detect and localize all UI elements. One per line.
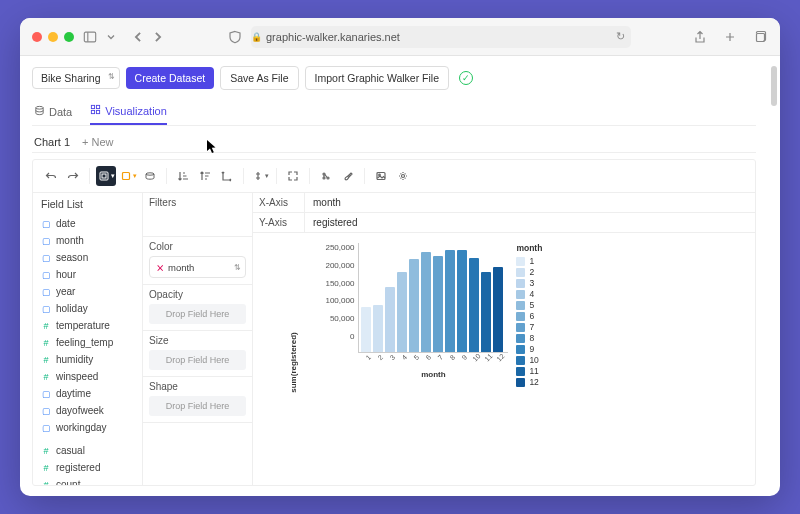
date-icon: ▢ xyxy=(41,253,51,263)
import-file-button[interactable]: Import Graphic Walker File xyxy=(305,66,449,90)
minimize-window-icon[interactable] xyxy=(48,32,58,42)
settings-button[interactable] xyxy=(393,166,413,186)
share-icon[interactable] xyxy=(692,29,708,45)
maximize-window-icon[interactable] xyxy=(64,32,74,42)
chart-tab-1[interactable]: Chart 1 xyxy=(34,136,70,148)
scrollbar[interactable] xyxy=(768,56,780,496)
add-chart-tab[interactable]: + New xyxy=(82,136,114,148)
undo-button[interactable] xyxy=(41,166,61,186)
svg-rect-10 xyxy=(122,173,129,180)
legend-item-7: 7 xyxy=(516,322,542,332)
export-button[interactable] xyxy=(316,166,336,186)
legend-swatch xyxy=(516,257,525,266)
app-toolbar: Bike Sharing Create Dataset Save As File… xyxy=(32,66,756,90)
transpose-button[interactable] xyxy=(140,166,160,186)
field-daytime[interactable]: ▢daytime xyxy=(33,385,142,402)
shape-drop[interactable]: Drop Field Here xyxy=(149,396,246,416)
stack-button[interactable] xyxy=(118,166,138,186)
date-icon: ▢ xyxy=(41,236,51,246)
axes-button[interactable] xyxy=(217,166,237,186)
y-axis-row[interactable]: Y-Axis registered xyxy=(253,213,755,233)
url-bar[interactable]: 🔒 graphic-walker.kanaries.net ↻ xyxy=(251,26,631,48)
field-dayofweek[interactable]: ▢dayofweek xyxy=(33,402,142,419)
field-registered[interactable]: #registered xyxy=(33,459,142,476)
chevron-down-icon[interactable] xyxy=(106,29,116,45)
grid-icon xyxy=(90,104,101,117)
legend-item-2: 2 xyxy=(516,267,542,277)
bar-4 xyxy=(397,272,407,352)
save-as-file-button[interactable]: Save As File xyxy=(220,66,298,90)
create-dataset-button[interactable]: Create Dataset xyxy=(126,67,215,89)
legend-item-12: 12 xyxy=(516,377,542,387)
svg-rect-6 xyxy=(92,110,95,113)
tab-visualization[interactable]: Visualization xyxy=(90,104,167,125)
num-icon: # xyxy=(41,480,51,486)
legend: month 123456789101112 xyxy=(516,243,542,481)
field-holiday[interactable]: ▢holiday xyxy=(33,300,142,317)
legend-swatch xyxy=(516,312,525,321)
opacity-label: Opacity xyxy=(149,289,246,300)
y-axis-ticks: 250,000200,000150,000100,00050,0000 xyxy=(325,243,356,353)
field-year[interactable]: ▢year xyxy=(33,283,142,300)
svg-point-11 xyxy=(146,173,154,175)
back-button[interactable] xyxy=(130,29,146,45)
legend-swatch xyxy=(516,378,525,387)
size-drop[interactable]: Drop Field Here xyxy=(149,350,246,370)
tab-data[interactable]: Data xyxy=(34,104,72,125)
x-axis-row[interactable]: X-Axis month xyxy=(253,193,755,213)
legend-swatch xyxy=(516,345,525,354)
field-casual[interactable]: #casual xyxy=(33,442,142,459)
y-axis-title: sum(registered) xyxy=(289,332,298,392)
dataset-select[interactable]: Bike Sharing xyxy=(32,67,120,89)
field-season[interactable]: ▢season xyxy=(33,249,142,266)
opacity-drop[interactable]: Drop Field Here xyxy=(149,304,246,324)
field-date[interactable]: ▢date xyxy=(33,215,142,232)
refresh-icon[interactable]: ↻ xyxy=(616,30,625,43)
remove-icon[interactable]: ⨯ xyxy=(156,262,164,273)
forward-button[interactable] xyxy=(150,29,166,45)
image-button[interactable] xyxy=(371,166,391,186)
mark-type-button[interactable] xyxy=(96,166,116,186)
shape-label: Shape xyxy=(149,381,246,392)
filters-label: Filters xyxy=(149,197,246,208)
shield-icon[interactable] xyxy=(227,29,243,45)
bar-1 xyxy=(361,307,371,352)
field-temperature[interactable]: #temperature xyxy=(33,317,142,334)
close-window-icon[interactable] xyxy=(32,32,42,42)
num-icon: # xyxy=(41,321,51,331)
svg-point-17 xyxy=(323,177,325,179)
size-label: Size xyxy=(149,335,246,346)
sort-desc-button[interactable] xyxy=(195,166,215,186)
scrollbar-thumb[interactable] xyxy=(771,66,777,106)
new-tab-icon[interactable] xyxy=(722,29,738,45)
bar-2 xyxy=(373,305,383,352)
x-axis-title: month xyxy=(358,370,508,379)
svg-rect-4 xyxy=(92,105,95,108)
legend-swatch xyxy=(516,301,525,310)
redo-button[interactable] xyxy=(63,166,83,186)
color-label: Color xyxy=(149,241,246,252)
field-hour[interactable]: ▢hour xyxy=(33,266,142,283)
field-month[interactable]: ▢month xyxy=(33,232,142,249)
brush-button[interactable] xyxy=(338,166,358,186)
field-humidity[interactable]: #humidity xyxy=(33,351,142,368)
color-field-pill[interactable]: ⨯ month xyxy=(149,256,246,278)
num-icon: # xyxy=(41,355,51,365)
num-icon: # xyxy=(41,446,51,456)
field-feeling_temp[interactable]: #feeling_temp xyxy=(33,334,142,351)
window-controls[interactable] xyxy=(32,32,74,42)
resize-button[interactable] xyxy=(283,166,303,186)
legend-item-1: 1 xyxy=(516,256,542,266)
num-icon: # xyxy=(41,463,51,473)
legend-item-9: 9 xyxy=(516,344,542,354)
date-icon: ▢ xyxy=(41,304,51,314)
sort-asc-button[interactable] xyxy=(173,166,193,186)
field-count[interactable]: #count xyxy=(33,476,142,485)
legend-swatch xyxy=(516,279,525,288)
field-winspeed[interactable]: #winspeed xyxy=(33,368,142,385)
layout-button[interactable] xyxy=(250,166,270,186)
sidebar-toggle-icon[interactable] xyxy=(82,29,98,45)
date-icon: ▢ xyxy=(41,406,51,416)
tabs-icon[interactable] xyxy=(752,29,768,45)
field-workingday[interactable]: ▢workingday xyxy=(33,419,142,436)
